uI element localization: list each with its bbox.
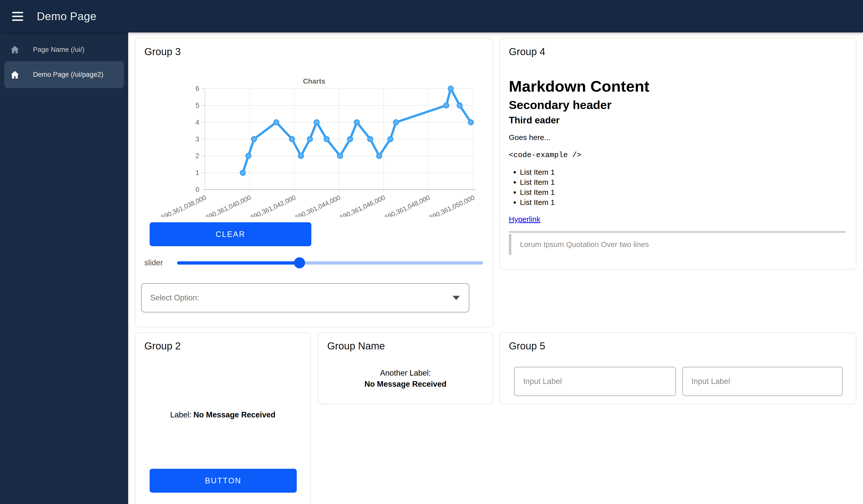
card-title: Group 2 [144,340,181,352]
markdown-content: Markdown Content Secondary header Third … [509,58,846,255]
label-prefix: Label: [170,410,191,419]
svg-text:3: 3 [195,135,199,143]
clear-button[interactable]: CLEAR [150,222,311,246]
svg-text:4: 4 [195,119,199,126]
svg-text:1,690,361,042,000: 1,690,361,042,000 [244,194,297,217]
home-icon [10,70,20,80]
select-label: Select Option: [150,293,453,302]
card-group-3: Group 3 1,690,361,038,0001,690,361,040,0… [135,38,493,327]
sidebar-item-page-name[interactable]: Page Name (/ui/) [4,40,124,59]
card-title: Group Name [327,340,385,352]
svg-text:6: 6 [195,85,199,92]
message-label: Label:No Message Received [135,410,310,419]
slider-row: slider [144,257,483,269]
markdown-h2: Secondary header [509,98,846,112]
line-chart: 1,690,361,038,0001,690,361,040,0001,690,… [150,76,478,218]
svg-text:Charts: Charts [303,77,325,85]
svg-text:1,690,361,044,000: 1,690,361,044,000 [289,194,341,217]
svg-text:2: 2 [195,152,199,159]
svg-text:1,690,361,040,000: 1,690,361,040,000 [199,194,252,217]
menu-icon[interactable] [5,4,30,28]
svg-text:1: 1 [195,169,199,177]
list-item: List Item 1 [520,187,846,197]
list-item: List Item 1 [520,167,846,177]
sidebar-item-label: Demo Page (/ui/page2) [33,71,103,79]
slider-fill [177,261,300,264]
chevron-down-icon [453,296,460,300]
slider[interactable] [177,261,483,264]
card-group-name: Group Name Another Label: No Message Rec… [318,332,493,404]
slider-label: slider [144,258,163,267]
divider [509,232,846,232]
svg-text:0: 0 [195,186,199,193]
markdown-paragraph: Goes here... [509,133,846,142]
card-group-5: Group 5 [499,332,856,404]
markdown-h3: Third eader [509,115,846,126]
hyperlink[interactable]: Hyperlink [509,215,540,223]
svg-text:1,690,361,048,000: 1,690,361,048,000 [378,194,431,217]
list-item: List Item 1 [520,197,846,207]
card-title: Group 3 [144,46,181,57]
sidebar-item-label: Page Name (/ui/) [33,46,84,54]
svg-text:1,690,361,046,000: 1,690,361,046,000 [334,194,386,217]
sidebar-item-demo-page[interactable]: Demo Page (/ui/page2) [4,61,124,88]
sidebar: Page Name (/ui/) Demo Page (/ui/page2) [0,33,128,504]
svg-text:1,690,361,050,000: 1,690,361,050,000 [423,194,476,217]
blockquote: Lorum Ipsum Quotation Over two lines [509,234,846,255]
svg-text:1,690,361,038,000: 1,690,361,038,000 [155,194,207,217]
card-group-4: Group 4 Markdown Content Secondary heade… [499,38,856,270]
navbar: Demo Page [0,0,863,33]
another-label: Another Label: [318,369,493,378]
input-field-1[interactable] [514,367,676,396]
slider-thumb[interactable] [294,257,305,268]
app-title: Demo Page [37,10,97,23]
svg-text:5: 5 [195,102,199,109]
select-option-dropdown[interactable]: Select Option: [141,283,469,312]
list-item: List Item 1 [520,177,846,187]
main-content: Group 3 1,690,361,038,0001,690,361,040,0… [128,33,863,504]
card-title: Group 5 [509,340,545,352]
bullet-list: List Item 1 List Item 1 List Item 1 List… [520,167,846,207]
label-value: No Message Received [193,410,276,419]
button[interactable]: BUTTON [150,469,297,493]
code-block: <code-example /> [509,151,846,159]
card-title: Group 4 [509,46,545,57]
another-label-value: No Message Received [318,380,493,389]
home-icon [10,44,20,55]
input-field-2[interactable] [683,367,842,396]
markdown-h1: Markdown Content [509,77,846,95]
card-group-2: Group 2 Label:No Message Received BUTTON [135,332,311,504]
